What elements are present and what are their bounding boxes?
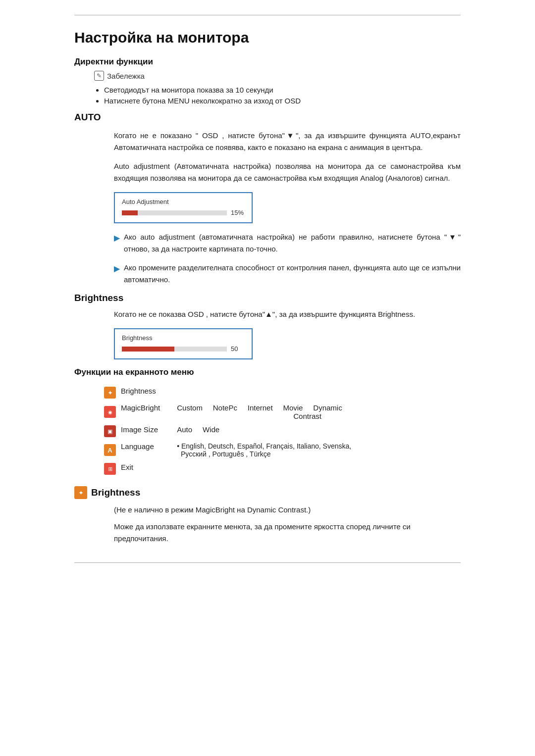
auto-osd-bar-fill [122, 210, 138, 215]
brightness-icon-heading: ✦ Brightness [74, 486, 461, 499]
menu-row-language: A Language • English, Deutsch, Español, … [104, 440, 358, 460]
menu-options-brightness [167, 384, 358, 401]
bullet-item: Светодиодът на монитора показва за 10 се… [104, 86, 461, 94]
menu-row-magicbright: ◉ MagicBright Custom NotePc Internet Mov… [104, 401, 358, 423]
direct-functions-bullets: Светодиодът на монитора показва за 10 се… [104, 86, 461, 105]
bullet-item: Натиснете бутона MENU неколкократно за и… [104, 97, 461, 105]
magicbright-options: Custom NotePc Internet Movie DynamicCont… [177, 403, 342, 420]
exit-menu-icon: ⊞ [104, 463, 116, 475]
note-row: ✎ Забележка [94, 71, 461, 81]
menu-functions-heading: Функции на екранното меню [74, 367, 461, 377]
arrow-icon-1: ▶ [114, 232, 120, 255]
menu-options-magicbright: Custom NotePc Internet Movie DynamicCont… [167, 401, 358, 423]
menu-table: ✦ Brightness ◉ MagicBright [104, 384, 358, 477]
brightness-section: Brightness Когато не се показва OSD , на… [74, 293, 461, 359]
auto-osd-title: Auto Adjustment [122, 198, 245, 205]
menu-row-imagesize: ▣ Image Size Auto Wide [104, 423, 358, 440]
brightness-label: Brightness [121, 387, 156, 395]
auto-paragraph1: Когато не е показано " OSD , натисте бут… [114, 130, 461, 153]
brightness-heading: Brightness [74, 293, 461, 303]
bottom-divider [74, 562, 461, 563]
menu-icon-cell-language: A [104, 440, 121, 460]
brightness-icon-section: ✦ Brightness (Не е налично в режим Magic… [74, 486, 461, 545]
menu-label-brightness: Brightness [121, 384, 167, 401]
brightness-section-icon: ✦ [74, 486, 87, 499]
brightness-osd-title: Brightness [122, 334, 245, 342]
exit-label: Exit [121, 463, 133, 471]
menu-row-exit: ⊞ Exit [104, 460, 358, 477]
auto-arrow1: ▶ Ако auto adjustment (автоматичната нас… [114, 231, 461, 255]
direct-functions-section: Директни функции ✎ Забележка Светодиодът… [74, 57, 461, 105]
auto-paragraph2: Auto adjustment (Автоматичната настройка… [114, 160, 461, 184]
brightness-icon-para2: Може да използвате екранните менюта, за … [114, 521, 461, 545]
menu-icon-cell-exit: ⊞ [104, 460, 121, 477]
menu-label-magicbright: MagicBright [121, 401, 167, 423]
brightness-osd-bar-row: 50 [122, 345, 245, 353]
direct-functions-heading: Директни функции [74, 57, 461, 67]
note-label: Забележка [107, 72, 145, 80]
brightness-icon-para1: (Не е налично в режим MagicBright на Dyn… [114, 504, 461, 516]
top-divider [74, 15, 461, 15]
auto-section: AUTO Когато не е показано " OSD , натист… [74, 112, 461, 286]
imagesize-options: Auto Wide [177, 425, 219, 434]
brightness-osd-box: Brightness 50 [114, 328, 253, 359]
menu-label-exit: Exit [121, 460, 167, 477]
auto-arrow2: ▶ Ако промените разделителната способнос… [114, 262, 461, 286]
brightness-paragraph: Когато не се показва OSD , натисте бутон… [114, 308, 461, 320]
brightness-osd-bar-fill [122, 347, 174, 352]
auto-osd-bar-row: 15% [122, 209, 245, 216]
imagesize-label: Image Size [121, 425, 158, 434]
page-title: Настройка на монитора [74, 29, 461, 46]
auto-arrow2-text: Ако промените разделителната способност … [124, 262, 461, 286]
language-menu-icon: A [104, 444, 116, 456]
page-container: Настройка на монитора Директни функции ✎… [45, 0, 490, 583]
menu-functions-section: Функции на екранното меню ✦ Brightness ◉ [74, 367, 461, 477]
auto-osd-box: Auto Adjustment 15% [114, 192, 253, 223]
magicbright-menu-icon: ◉ [104, 406, 116, 418]
brightness-osd-bar-bg [122, 347, 227, 352]
arrow-icon-2: ▶ [114, 262, 120, 286]
language-options: • English, Deutsch, Español, Français, I… [177, 442, 351, 458]
imagesize-menu-icon: ▣ [104, 425, 116, 437]
note-icon: ✎ [94, 71, 104, 81]
menu-label-imagesize: Image Size [121, 423, 167, 440]
menu-options-exit [167, 460, 358, 477]
menu-icon-cell-brightness: ✦ [104, 384, 121, 401]
language-label: Language [121, 442, 154, 451]
magicbright-label: MagicBright [121, 403, 160, 412]
brightness-icon-heading-text: Brightness [91, 487, 140, 498]
brightness-menu-icon: ✦ [104, 387, 116, 399]
brightness-osd-value: 50 [231, 345, 245, 353]
auto-arrow1-text: Ако auto adjustment (автоматичната настр… [124, 231, 461, 255]
menu-icon-cell-magicbright: ◉ [104, 401, 121, 423]
menu-icon-cell-imagesize: ▣ [104, 423, 121, 440]
menu-options-language: • English, Deutsch, Español, Français, I… [167, 440, 358, 460]
auto-osd-value: 15% [231, 209, 245, 216]
menu-row-brightness: ✦ Brightness [104, 384, 358, 401]
menu-options-imagesize: Auto Wide [167, 423, 358, 440]
auto-heading: AUTO [74, 112, 461, 123]
menu-label-language: Language [121, 440, 167, 460]
auto-osd-bar-bg [122, 210, 227, 215]
